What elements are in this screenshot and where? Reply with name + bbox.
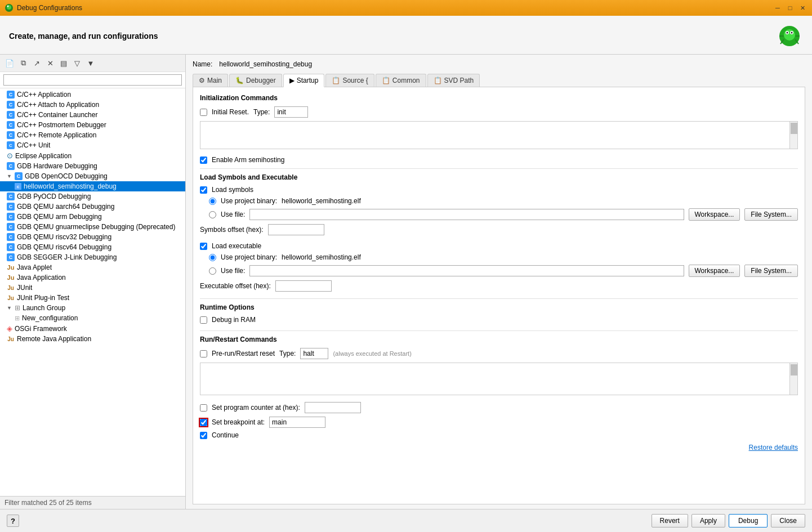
initial-reset-label: Initial Reset.: [212, 108, 249, 116]
symbols-use-file-radio[interactable]: [209, 211, 216, 218]
close-button[interactable]: Close: [771, 514, 805, 527]
collapse-button[interactable]: ▤: [57, 57, 70, 69]
search-input[interactable]: [3, 74, 182, 86]
apply-button[interactable]: Apply: [691, 514, 725, 527]
tab-main[interactable]: ⚙ Main: [193, 74, 228, 87]
c-icon: C: [7, 233, 15, 241]
right-panel: Name: helloworld_semihosting_debug ⚙ Mai…: [186, 55, 812, 509]
list-item[interactable]: C GDB QEMU arm Debugging: [0, 212, 185, 222]
set-breakpoint-checkbox[interactable]: [200, 419, 207, 426]
exec-offset-row: Executable offset (hex):: [200, 280, 798, 292]
init-type-input[interactable]: [274, 106, 308, 118]
revert-button[interactable]: Revert: [652, 514, 688, 527]
new-config-button[interactable]: 📄: [3, 57, 16, 69]
load-symbols-checkbox[interactable]: [200, 186, 207, 194]
exec-project-binary-radio[interactable]: [209, 254, 216, 261]
footer-left: ?: [7, 515, 19, 527]
list-item[interactable]: C GDB QEMU riscv64 Debugging: [0, 242, 185, 252]
list-item-selected[interactable]: c helloworld_semihosting_debug: [0, 181, 185, 191]
list-item[interactable]: Ju JUnit: [0, 283, 185, 293]
list-item[interactable]: Ju Java Application: [0, 272, 185, 283]
set-pc-input[interactable]: [305, 402, 361, 413]
enable-semihosting-checkbox[interactable]: [200, 157, 207, 164]
type-label: Type:: [253, 108, 270, 116]
source-tab-label: Source {: [342, 77, 368, 84]
exec-workspace-button[interactable]: Workspace...: [689, 265, 740, 277]
list-item[interactable]: Ju JUnit Plug-in Test: [0, 293, 185, 303]
tab-svdpath[interactable]: 📋 SVD Path: [427, 74, 480, 87]
symbols-workspace-button[interactable]: Workspace...: [689, 208, 740, 221]
list-item[interactable]: C C/C++ Container Launcher: [0, 110, 185, 120]
list-item[interactable]: C GDB QEMU gnuarmeclipse Debugging (Depr…: [0, 222, 185, 232]
initial-reset-checkbox[interactable]: [200, 109, 207, 116]
debugger-tab-label: Debugger: [246, 77, 276, 84]
load-executable-section: Load executable Use project binary: hell…: [200, 242, 798, 292]
run-type-input[interactable]: [300, 348, 328, 359]
init-commands-textarea[interactable]: [200, 121, 798, 149]
help-button[interactable]: ?: [7, 515, 19, 527]
pre-run-checkbox[interactable]: [200, 350, 207, 357]
list-item[interactable]: C GDB Hardware Debugging: [0, 161, 185, 171]
duplicate-button[interactable]: ⧉: [17, 57, 29, 69]
symbols-file-input[interactable]: [249, 209, 684, 220]
symbols-use-file-label: Use file:: [221, 211, 245, 218]
list-item[interactable]: Ju Java Applet: [0, 262, 185, 272]
tab-source[interactable]: 📋 Source {: [325, 74, 374, 87]
set-pc-checkbox[interactable]: [200, 404, 207, 412]
debug-in-ram-checkbox[interactable]: [200, 316, 207, 324]
list-item[interactable]: ▼ C GDB OpenOCD Debugging: [0, 171, 185, 181]
list-item[interactable]: C C/C++ Remote Application: [0, 130, 185, 140]
exec-filesystem-button[interactable]: File System...: [744, 265, 798, 277]
continue-checkbox[interactable]: [200, 432, 207, 439]
list-item[interactable]: C GDB PyOCD Debugging: [0, 191, 185, 202]
exec-use-file-row: Use file: Workspace... File System...: [209, 265, 798, 277]
exec-offset-input[interactable]: [275, 280, 332, 292]
list-item[interactable]: C GDB SEGGER J-Link Debugging: [0, 252, 185, 262]
list-item[interactable]: C C/C++ Application: [0, 90, 185, 100]
textarea-scrollbar[interactable]: [789, 122, 797, 149]
list-item[interactable]: C GDB QEMU riscv32 Debugging: [0, 232, 185, 242]
list-item[interactable]: C C/C++ Postmortem Debugger: [0, 120, 185, 130]
filter-button[interactable]: ▽: [71, 57, 83, 69]
list-item[interactable]: Ju Remote Java Application: [0, 334, 185, 344]
svg-point-8: [791, 32, 793, 34]
item-label: Eclipse Application: [15, 152, 72, 160]
symbols-offset-input[interactable]: [268, 224, 324, 235]
item-label: C/C++ Remote Application: [17, 131, 96, 139]
exec-use-file-radio[interactable]: [209, 267, 216, 275]
tab-common[interactable]: 📋 Common: [376, 74, 426, 87]
minimize-button[interactable]: ─: [773, 3, 783, 13]
symbols-filesystem-button[interactable]: File System...: [744, 208, 798, 221]
set-breakpoint-input[interactable]: [269, 417, 325, 428]
c-icon: C: [7, 193, 15, 200]
restore-defaults-link[interactable]: Restore defaults: [749, 444, 798, 451]
tab-startup[interactable]: ▶ Startup: [283, 74, 325, 87]
debug-button[interactable]: Debug: [729, 514, 768, 527]
list-item[interactable]: ▼ ⊞ Launch Group: [0, 303, 185, 313]
item-label: GDB Hardware Debugging: [17, 162, 97, 170]
list-item[interactable]: C GDB QEMU aarch64 Debugging: [0, 202, 185, 212]
maximize-button[interactable]: □: [785, 3, 795, 13]
export-button[interactable]: ↗: [30, 57, 43, 69]
run-restart-textarea[interactable]: [200, 363, 798, 395]
list-item[interactable]: ◈ OSGi Framework: [0, 323, 185, 334]
symbols-project-binary-radio[interactable]: [209, 198, 216, 205]
filter-dropdown-button[interactable]: ▼: [84, 57, 97, 69]
load-executable-checkbox[interactable]: [200, 243, 207, 250]
list-item[interactable]: C C/C++ Unit: [0, 140, 185, 150]
list-item[interactable]: C C/C++ Attach to Application: [0, 100, 185, 110]
exec-file-input[interactable]: [249, 265, 684, 276]
close-window-button[interactable]: ✕: [797, 3, 807, 13]
common-tab-label: Common: [392, 77, 420, 84]
c-icon: C: [15, 172, 23, 180]
delete-button[interactable]: ✕: [44, 57, 56, 69]
osgi-icon: ◈: [7, 324, 12, 333]
textarea-scrollbar-2[interactable]: [789, 363, 797, 395]
item-label: C/C++ Container Launcher: [17, 111, 97, 119]
list-item[interactable]: ⊞ New_configuration: [0, 313, 185, 323]
name-row: Name: helloworld_semihosting_debug: [193, 59, 805, 69]
tab-debugger[interactable]: 🐛 Debugger: [229, 74, 282, 87]
load-symbols-row: Load symbols: [200, 186, 798, 194]
list-item[interactable]: ⊙ Eclipse Application: [0, 150, 185, 161]
enable-semihosting-label: Enable Arm semihosting: [212, 156, 284, 164]
